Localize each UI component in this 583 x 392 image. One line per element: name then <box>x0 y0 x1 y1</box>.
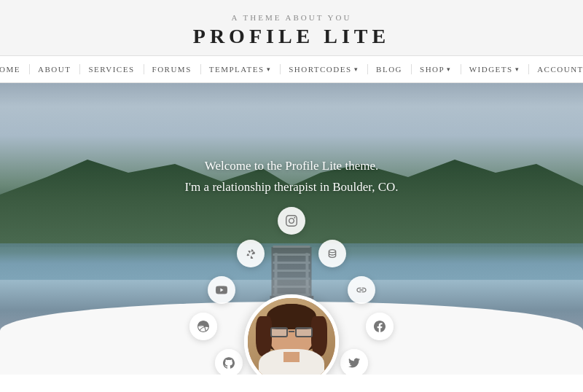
instagram-svg <box>286 215 297 227</box>
nav-link-blog[interactable]: BLOG <box>367 56 411 82</box>
nav-link-shortcodes[interactable]: SHORTCODES ▾ <box>280 56 367 82</box>
site-title: PROFILE LITE <box>0 25 583 48</box>
dribbble-svg <box>197 321 209 332</box>
nav-item-account[interactable]: ACCOUNT ▾ <box>528 56 583 82</box>
github-icon[interactable] <box>215 349 243 375</box>
twitter-icon[interactable] <box>340 349 368 375</box>
nav-item-shop[interactable]: SHOP ▾ <box>411 56 461 82</box>
profile-avatar <box>244 294 339 375</box>
hero-line1: Welcome to the Profile Lite theme. <box>0 156 583 177</box>
instagram-icon[interactable] <box>278 207 305 235</box>
nav-item-widgets[interactable]: WIDGETS ▾ <box>461 56 529 82</box>
database-svg <box>326 248 338 259</box>
links-icon[interactable] <box>348 276 375 304</box>
nav-item-home[interactable]: HOME <box>0 56 29 82</box>
hero-section: Welcome to the Profile Lite theme. I'm a… <box>0 83 583 375</box>
nav-link-widgets[interactable]: WIDGETS ▾ <box>461 56 529 82</box>
dribbble-icon[interactable] <box>189 313 217 340</box>
nav-item-templates[interactable]: TEMPLATES ▾ <box>200 56 280 82</box>
database-icon[interactable] <box>318 240 346 267</box>
nav-link-home[interactable]: HOME <box>0 56 29 82</box>
links-svg <box>356 284 367 296</box>
nav-link-forums[interactable]: FORUMS <box>144 56 200 82</box>
nav-link-account[interactable]: ACCOUNT ▾ <box>528 56 583 82</box>
profile-area <box>168 200 415 375</box>
templates-dropdown-icon: ▾ <box>267 66 272 73</box>
nav-link-templates[interactable]: TEMPLATES ▾ <box>200 56 280 82</box>
hero-text: Welcome to the Profile Lite theme. I'm a… <box>0 156 583 198</box>
nav-link-services[interactable]: SERVICES <box>79 56 143 82</box>
main-nav: HOME ABOUT SERVICES FORUMS TEMPLATES ▾ S… <box>0 55 583 83</box>
facebook-svg <box>374 321 386 332</box>
nav-item-services[interactable]: SERVICES <box>79 56 143 82</box>
nav-item-forums[interactable]: FORUMS <box>144 56 200 82</box>
site-header: A THEME ABOUT YOU PROFILE LITE <box>0 0 583 55</box>
shop-dropdown-icon: ▾ <box>447 66 452 73</box>
github-svg <box>223 357 235 369</box>
nav-item-shortcodes[interactable]: SHORTCODES ▾ <box>280 56 367 82</box>
twitter-svg <box>348 357 360 369</box>
nav-list: HOME ABOUT SERVICES FORUMS TEMPLATES ▾ S… <box>0 56 583 82</box>
nav-link-about[interactable]: ABOUT <box>29 56 79 82</box>
yelp-icon[interactable] <box>237 240 265 267</box>
shortcodes-dropdown-icon: ▾ <box>354 66 359 73</box>
facebook-icon[interactable] <box>366 313 394 340</box>
site-tagline: A THEME ABOUT YOU <box>0 13 583 22</box>
hero-line2: I'm a relationship therapist in Boulder,… <box>0 177 583 198</box>
nav-item-about[interactable]: ABOUT <box>29 56 79 82</box>
youtube-svg <box>216 284 227 296</box>
nav-item-blog[interactable]: BLOG <box>367 56 411 82</box>
youtube-icon[interactable] <box>208 276 235 304</box>
yelp-svg <box>245 248 257 259</box>
widgets-dropdown-icon: ▾ <box>515 66 520 73</box>
nav-link-shop[interactable]: SHOP ▾ <box>411 56 461 82</box>
